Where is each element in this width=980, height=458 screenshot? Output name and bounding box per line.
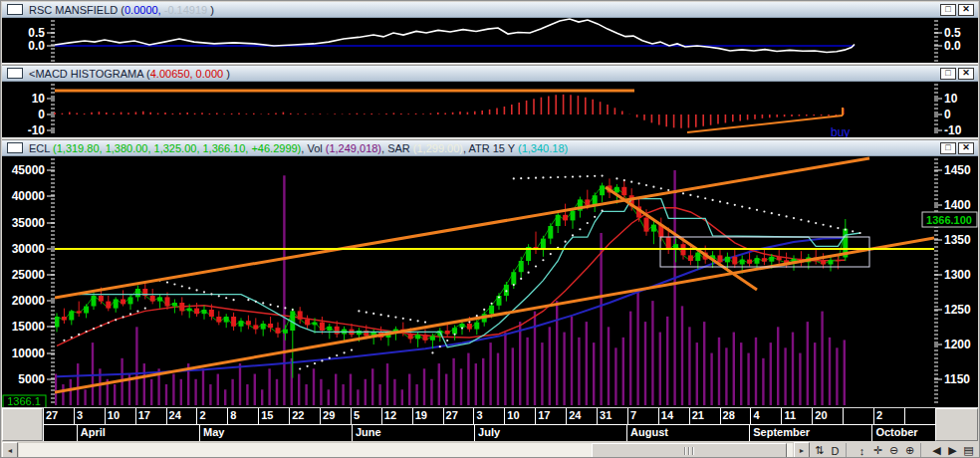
scroll-prev-icon[interactable]: ◀ — [929, 443, 944, 458]
scroll-next-icon[interactable]: ▶ — [945, 443, 960, 458]
title-segment: (1,299.00) — [413, 142, 463, 154]
axis-label: 40000 — [12, 189, 46, 203]
week-label: 10 — [105, 408, 135, 424]
axis-label: 1400 — [944, 198, 971, 212]
maximize-icon[interactable]: □ — [940, 68, 956, 80]
date-axis: 2731017242815222951219273101724317142128… — [2, 407, 978, 441]
price-titlebar[interactable]: ECL (1,319.80, 1,380.00, 1,325.00, 1,366… — [2, 140, 978, 156]
refresh-icon[interactable]: ⇅ — [812, 443, 827, 458]
week-label: 21 — [689, 408, 720, 424]
panel-checkbox-icon[interactable] — [7, 142, 23, 153]
week-label: 5 — [351, 408, 381, 424]
axis-label: 25000 — [12, 268, 46, 282]
axis-label: 1150 — [944, 372, 970, 386]
title-segment: , ATR 15 Y — [463, 142, 518, 154]
price-chart[interactable]: 4500040000350003000025000200001500010000… — [2, 156, 978, 407]
week-label: 31 — [597, 408, 627, 424]
axis-label: 35000 — [12, 216, 46, 230]
price-chart-panel: ECL (1,319.80, 1,380.00, 1,325.00, 1,366… — [2, 140, 978, 407]
scrollbar-thumb[interactable] — [592, 443, 787, 458]
axis-label: 1250 — [944, 303, 971, 317]
week-label: 4 — [750, 408, 781, 424]
maximize-icon[interactable]: □ — [940, 4, 956, 16]
week-label: 8 — [227, 408, 258, 424]
close-icon[interactable]: ✕ — [958, 142, 974, 154]
date-axis-left-corner — [2, 408, 43, 441]
rsc-chart[interactable]: 0.50.00.50.0 — [2, 18, 978, 63]
price-tag-right: 1366.100 — [926, 214, 972, 226]
title-segment: (1,340.18) — [518, 142, 568, 154]
month-label: July — [474, 425, 626, 441]
daily-periodicity-icon[interactable]: D — [828, 443, 843, 458]
maximize-icon[interactable]: □ — [940, 142, 956, 154]
axis-label: 10 — [32, 92, 46, 106]
week-labels-row: 2731017242815222951219273101724317142128… — [43, 408, 935, 425]
title-segment: ECL — [29, 142, 53, 154]
week-label: 20 — [812, 408, 843, 424]
title-segment: , Vol — [301, 142, 325, 154]
week-label: 27 — [443, 408, 474, 424]
macd-panel-title: <MACD HISTOGRAMA (4.00650, 0.000 ) — [29, 68, 940, 80]
axis-label: 0 — [38, 108, 45, 121]
price-tag-left: 1366.1 — [7, 395, 41, 407]
macd-titlebar[interactable]: <MACD HISTOGRAMA (4.00650, 0.000 ) □ ✕ — [2, 66, 978, 82]
week-label: 27 — [43, 408, 74, 424]
panel-checkbox-icon[interactable] — [7, 68, 23, 79]
axis-label: -10 — [28, 123, 46, 137]
month-label: April — [77, 425, 199, 441]
rsc-titlebar[interactable]: RSC MANSFIELD (0.0000, -0.14919 ) □ ✕ — [2, 2, 978, 18]
zoom-in-icon[interactable]: ⊕ — [902, 443, 917, 458]
title-segment: 0.0000, — [124, 4, 161, 16]
week-label: 12 — [381, 408, 412, 424]
axis-label: 0 — [944, 108, 951, 121]
title-segment: 4.00650, 0.000 — [150, 68, 223, 80]
buy-signal-label: buy — [831, 125, 850, 137]
axis-label: 10000 — [12, 346, 46, 360]
toolbar-divider — [846, 443, 852, 458]
charting-app-window: RSC MANSFIELD (0.0000, -0.14919 ) □ ✕ 0.… — [0, 0, 980, 458]
month-labels-row: AprilMayJuneJulyAugustSeptemberOctober — [43, 425, 935, 441]
week-label: 28 — [720, 408, 751, 424]
chart-toolbar: ⇅D↕✛⊖⊕◀▶▤ — [810, 442, 978, 458]
title-segment: , SAR — [381, 142, 413, 154]
close-icon[interactable]: ✕ — [958, 68, 974, 80]
axis-label: 0.5 — [28, 26, 45, 40]
month-label: October — [871, 425, 935, 441]
week-label: 17 — [535, 408, 566, 424]
title-segment: ) — [223, 68, 230, 80]
month-label — [43, 425, 77, 441]
zoom-out-icon[interactable]: ⊖ — [886, 443, 901, 458]
close-icon[interactable]: ✕ — [958, 4, 974, 16]
title-segment: <MACD HISTOGRAMA ( — [29, 68, 150, 80]
title-segment: (1,249,018) — [326, 142, 381, 154]
week-label: 24 — [566, 408, 597, 424]
week-label: 17 — [135, 408, 166, 424]
week-label: 3 — [473, 408, 504, 424]
axis-label: 1350 — [944, 233, 971, 247]
axis-label: 1300 — [944, 268, 971, 282]
month-label: May — [199, 425, 352, 441]
axis-label: 15000 — [12, 320, 46, 334]
toolbar-divider — [920, 443, 926, 458]
macd-chart[interactable]: 100-10100-10buy — [2, 82, 978, 137]
scrollbar-right-arrow-icon[interactable]: ► — [794, 442, 810, 458]
week-label: 19 — [412, 408, 443, 424]
scrollbar-track[interactable] — [18, 442, 794, 458]
axis-label: 1450 — [944, 163, 971, 177]
axis-label: 30000 — [12, 242, 46, 256]
axis-label: -10 — [944, 123, 962, 137]
week-label: 7 — [627, 408, 658, 424]
crosshair-icon[interactable]: ✛ — [870, 443, 885, 458]
axis-label: 45000 — [12, 163, 46, 177]
axis-label: 0.5 — [944, 26, 961, 40]
week-label: 2 — [873, 408, 904, 424]
axis-label: 5000 — [18, 372, 45, 386]
week-label: 15 — [258, 408, 289, 424]
macd-indicator-panel: <MACD HISTOGRAMA (4.00650, 0.000 ) □ ✕ 1… — [2, 66, 978, 137]
title-segment: RSC MANSFIELD ( — [29, 4, 124, 16]
layout-icon[interactable]: ▤ — [961, 443, 976, 458]
panel-checkbox-icon[interactable] — [7, 4, 23, 15]
vertical-scale-icon[interactable]: ↕ — [855, 443, 869, 458]
week-label — [904, 408, 935, 424]
scrollbar-left-arrow-icon[interactable]: ◄ — [2, 442, 18, 458]
